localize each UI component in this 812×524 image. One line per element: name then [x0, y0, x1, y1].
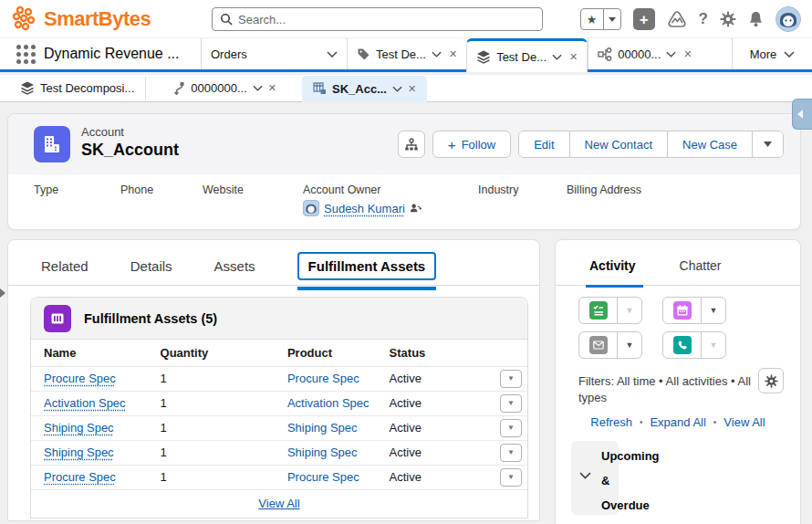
task-dropdown-button[interactable]: ▼ [618, 298, 641, 323]
asset-quantity: 1 [148, 465, 275, 489]
tab-related[interactable]: Related [41, 258, 88, 274]
nav-tab-more[interactable]: More [732, 38, 812, 69]
guidance-icon[interactable] [667, 10, 687, 28]
tab-chatter[interactable]: Chatter [680, 258, 722, 273]
expand-all-link[interactable]: Expand All [650, 415, 705, 429]
nav-tab-test-de-2-active[interactable]: Test De... ✕ [466, 38, 588, 72]
upcoming-overdue-section[interactable]: Upcoming & Overdue [571, 441, 790, 515]
new-event-button[interactable] [663, 298, 702, 323]
activity-filters-text: Filters: All time • All activities • All… [578, 373, 772, 406]
table-row: Procure Spec 1 Procure Spec Active ▼ [31, 366, 527, 391]
field-website: Website [203, 183, 303, 216]
asset-quantity: 1 [148, 366, 275, 391]
subtab-sk-account-active[interactable]: SK_Acc... ✕ [302, 76, 427, 102]
quick-actions: ▼ ▼ [578, 297, 726, 359]
field-account-owner: Account Owner Sudesh Kumari [303, 183, 478, 216]
asset-name-link[interactable]: Procure Spec [44, 470, 116, 484]
collapse-panel-handle[interactable] [792, 99, 812, 130]
notifications-bell-icon[interactable] [748, 11, 764, 27]
product-link[interactable]: Shiping Spec [287, 421, 358, 435]
new-task-combo-button: ▼ [578, 297, 642, 324]
column-status[interactable]: Status [377, 340, 487, 366]
tab-activity[interactable]: Activity [589, 258, 636, 273]
view-all-link[interactable]: View All [258, 497, 299, 510]
event-dropdown-button[interactable]: ▼ [702, 298, 725, 323]
event-icon [673, 301, 692, 320]
user-avatar[interactable] [776, 6, 801, 32]
subtab-order-number[interactable]: 0000000... ✕ [162, 77, 287, 100]
product-link[interactable]: Procure Spec [287, 372, 359, 385]
record-tabset: Related Details Assets Fulfillment Asset… [8, 240, 539, 286]
close-icon[interactable]: ✕ [683, 48, 692, 60]
search-icon [220, 13, 233, 26]
favorites-chevron-icon[interactable] [604, 9, 620, 29]
change-owner-icon[interactable] [410, 203, 422, 215]
fulfillment-asset-icon [44, 305, 71, 332]
asset-name-link[interactable]: Shiping Spec [44, 445, 114, 459]
help-icon[interactable]: ? [699, 10, 708, 28]
row-actions-button[interactable]: ▼ [500, 370, 522, 388]
call-dropdown-button[interactable]: ▼ [702, 332, 725, 358]
new-task-button[interactable] [579, 298, 618, 323]
view-all-link[interactable]: View All [724, 415, 765, 429]
close-icon[interactable]: ✕ [449, 48, 457, 60]
new-case-button[interactable]: New Case [668, 131, 753, 157]
expand-panel-arrow-icon[interactable] [0, 288, 5, 298]
field-type: Type [34, 183, 120, 216]
highlights-fields: Type Phone Website Account Owner Sudesh … [34, 183, 782, 216]
tab-fulfillment-assets[interactable]: Fulfillment Assets [297, 252, 437, 280]
nav-tab-test-de-1[interactable]: Test De... ✕ [347, 38, 466, 69]
close-icon[interactable]: ✕ [268, 82, 276, 94]
subtab-label: SK_Acc... [332, 82, 387, 96]
app-launcher-icon[interactable] [15, 43, 36, 65]
email-button[interactable] [579, 332, 618, 358]
tab-assets[interactable]: Assets [214, 258, 255, 274]
favorites-button[interactable]: ★ [580, 8, 621, 30]
global-actions-button[interactable]: + [633, 8, 655, 30]
global-search[interactable] [212, 7, 543, 31]
setup-gear-icon[interactable] [720, 11, 736, 27]
column-name[interactable]: Name [31, 340, 148, 366]
asset-quantity: 1 [148, 440, 275, 465]
email-dropdown-button[interactable]: ▼ [618, 332, 641, 358]
row-actions-button[interactable]: ▼ [500, 394, 522, 413]
nav-tab-orders[interactable]: Orders [201, 38, 347, 69]
more-actions-dropdown-button[interactable] [753, 131, 783, 157]
owner-link[interactable]: Sudesh Kumari [324, 202, 405, 215]
tab-details[interactable]: Details [130, 258, 172, 274]
asset-name-link[interactable]: Activation Spec [44, 396, 126, 410]
chevron-down-icon[interactable] [579, 472, 591, 479]
edit-button[interactable]: Edit [519, 131, 569, 157]
log-call-button[interactable] [663, 332, 702, 358]
nav-tab-label: Test De... [496, 50, 547, 64]
nav-tab-order-number[interactable]: 00000... ✕ [588, 38, 701, 69]
asset-name-link[interactable]: Shiping Spec [44, 421, 114, 435]
account-hierarchy-button[interactable] [398, 131, 425, 158]
row-actions-button[interactable]: ▼ [500, 419, 522, 437]
search-input[interactable] [238, 13, 535, 26]
close-icon[interactable]: ✕ [408, 83, 416, 95]
product-link[interactable]: Shiping Spec [287, 445, 358, 459]
close-icon[interactable]: ✕ [569, 51, 578, 63]
follow-button[interactable]: + Follow [432, 131, 511, 158]
subtab-test-decomposition[interactable]: Test Decomposi... [9, 77, 146, 100]
activity-settings-button[interactable] [758, 368, 784, 393]
product-link[interactable]: Procure Spec [287, 470, 359, 484]
entity-label: Account [81, 125, 124, 139]
product-link[interactable]: Activation Spec [287, 396, 370, 410]
dropdown-triangle-icon [764, 141, 772, 147]
fulfillment-assets-related-list: Fulfillment Assets (5) Name Quantity Pro… [30, 297, 528, 519]
column-quantity[interactable]: Quantity [148, 340, 275, 366]
app-name[interactable]: Dynamic Revenue ... [44, 38, 201, 69]
row-actions-button[interactable]: ▼ [500, 444, 522, 462]
layers-icon [476, 50, 491, 64]
left-arrow-icon [797, 110, 803, 119]
row-actions-button[interactable]: ▼ [500, 468, 522, 487]
column-product[interactable]: Product [275, 340, 377, 366]
refresh-link[interactable]: Refresh [590, 415, 632, 429]
star-icon[interactable]: ★ [581, 9, 604, 29]
email-combo-button: ▼ [578, 331, 642, 359]
field-industry: Industry [478, 183, 567, 216]
new-contact-button[interactable]: New Contact [570, 131, 668, 157]
asset-name-link[interactable]: Procure Spec [44, 372, 116, 385]
